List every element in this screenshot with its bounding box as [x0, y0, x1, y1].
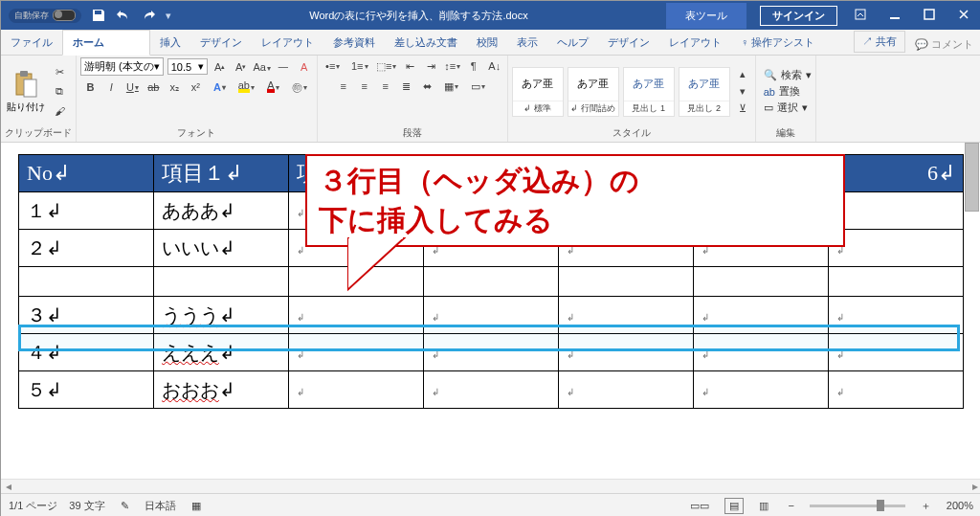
align-left-icon[interactable]: ≡ [335, 78, 352, 95]
callout-tail-icon [347, 237, 462, 295]
ribbon: 貼り付け ✂ ⧉ 🖌 クリップボード 游明朝 (本文の▾ 10.5▾ A▴ A▾… [1, 56, 980, 143]
italic-button[interactable]: I [102, 79, 120, 96]
autosave-toggle[interactable]: 自動保存 [9, 9, 81, 23]
paste-button[interactable]: 貼り付け [5, 70, 47, 114]
tab-help[interactable]: ヘルプ [547, 31, 598, 55]
style-h1[interactable]: あア亜見出し 1 [623, 67, 675, 117]
group-clipboard: 貼り付け ✂ ⧉ 🖌 クリップボード [1, 56, 77, 142]
scrollbar-thumb[interactable] [965, 143, 979, 212]
grow-font-icon[interactable]: A▴ [212, 58, 229, 76]
ribbon-tabs: ファイル ホーム 挿入 デザイン レイアウト 参考資料 差し込み文書 校閲 表示… [1, 30, 980, 56]
close-button[interactable] [947, 5, 980, 26]
minimize-button[interactable] [878, 5, 912, 26]
word-count[interactable]: 39 文字 [69, 499, 104, 513]
tab-reference[interactable]: 参考資料 [323, 31, 385, 55]
tab-file[interactable]: ファイル [1, 31, 62, 55]
table-row: ４↲えええ↲↲↲↲↲↲ [19, 334, 964, 371]
bullets-icon[interactable]: •≡ [322, 57, 345, 75]
replace-button[interactable]: ab 置換 [764, 84, 812, 99]
page-indicator[interactable]: 1/1 ページ [9, 499, 57, 513]
document-title: Wordの表に行や列を挿入、削除する方法.docx [309, 10, 527, 21]
select-button[interactable]: ▭ 選択 ▾ [764, 101, 812, 115]
subscript-icon[interactable]: x₂ [166, 79, 183, 96]
tell-me[interactable]: ♀ 操作アシスト [731, 31, 824, 55]
dec-indent-icon[interactable]: ⇤ [402, 57, 419, 75]
language-indicator[interactable]: 日本語 [145, 499, 176, 513]
spelling-icon[interactable]: ✎ [117, 500, 133, 512]
zoom-out-icon[interactable]: − [784, 500, 797, 511]
group-paragraph: •≡ 1≡ ⬚≡ ⇤ ⇥ ↕≡ ¶ A↓ ≡ ≡ ≡ ≣ ⬌ ▦ ▭ 段落 [318, 56, 508, 142]
strike-button[interactable]: ab [145, 79, 162, 96]
header-item1: 項目１↲ [154, 155, 289, 192]
multilevel-icon[interactable]: ⬚≡ [375, 57, 398, 75]
redo-icon[interactable] [141, 8, 156, 23]
shading-icon[interactable]: ▦ [440, 78, 463, 95]
font-color-icon[interactable]: A [261, 79, 284, 96]
sort-icon[interactable]: A↓ [486, 57, 503, 75]
comments-button[interactable]: 💬 コメント [907, 34, 980, 55]
undo-icon[interactable] [116, 8, 131, 23]
group-editing: 🔍 検索 ▾ ab 置換 ▭ 選択 ▾ 編集 [756, 56, 816, 142]
header-6: 6↲ [829, 155, 964, 192]
copy-icon[interactable]: ⧉ [51, 83, 68, 101]
borders-icon[interactable]: ▭ [467, 78, 490, 95]
cut-icon[interactable]: ✂ [51, 64, 68, 81]
phonetic-guide-icon[interactable]: ⸻ [275, 58, 292, 76]
table-tools-tab[interactable]: 表ツール [666, 3, 746, 29]
print-layout-icon[interactable]: ▤ [724, 498, 744, 514]
zoom-level[interactable]: 200% [947, 500, 973, 511]
style-nospace[interactable]: あア亜↲ 行間詰め [568, 67, 619, 117]
justify-icon[interactable]: ≣ [398, 78, 415, 95]
format-painter-icon[interactable]: 🖌 [51, 102, 68, 120]
web-layout-icon[interactable]: ▥ [755, 500, 772, 512]
save-icon[interactable] [91, 8, 106, 23]
highlight-icon[interactable]: ab [234, 79, 257, 96]
tab-mail[interactable]: 差し込み文書 [385, 31, 467, 55]
align-center-icon[interactable]: ≡ [356, 78, 373, 95]
superscript-icon[interactable]: x² [187, 79, 204, 96]
tab-design[interactable]: デザイン [190, 31, 252, 55]
clear-format-icon[interactable]: A [296, 58, 313, 76]
table-inserted-row [19, 267, 964, 297]
tab-review[interactable]: 校閲 [467, 31, 507, 55]
change-case-icon[interactable]: Aa [254, 58, 271, 76]
inc-indent-icon[interactable]: ⇥ [423, 57, 440, 75]
tab-view[interactable]: 表示 [507, 31, 547, 55]
align-right-icon[interactable]: ≡ [377, 78, 394, 95]
zoom-slider[interactable] [810, 505, 905, 507]
font-size-selector[interactable]: 10.5▾ [167, 58, 208, 75]
bold-button[interactable]: B [81, 79, 99, 96]
status-bar: 1/1 ページ 39 文字 ✎ 日本語 ▦ ▭▭ ▤ ▥ − ＋ 200% [1, 493, 980, 516]
document-area[interactable]: No↲ 項目１↲ 項 6↲ １↲あああ↲↲↲↲↲↲ ２↲いいい↲↲↲↲↲↲ ３↲… [1, 143, 980, 479]
table-row: ３↲ううう↲↲↲↲↲↲ [19, 297, 964, 334]
tab-table-design[interactable]: デザイン [598, 31, 659, 55]
font-selector[interactable]: 游明朝 (本文の▾ [80, 57, 164, 76]
style-normal[interactable]: あア亜↲ 標準 [512, 67, 564, 117]
svg-rect-5 [24, 79, 36, 97]
tab-table-layout[interactable]: レイアウト [659, 31, 731, 55]
tab-layout[interactable]: レイアウト [252, 31, 323, 55]
enclose-char-icon[interactable]: ㊞ [288, 79, 311, 96]
svg-rect-1 [890, 17, 900, 19]
distribute-icon[interactable]: ⬌ [419, 78, 436, 95]
read-mode-icon[interactable]: ▭▭ [686, 500, 713, 512]
text-effects-icon[interactable]: A [208, 79, 231, 96]
macro-icon[interactable]: ▦ [188, 500, 205, 512]
share-button[interactable]: ↗ 共有 [854, 31, 905, 53]
svg-rect-0 [856, 10, 865, 19]
styles-gallery-expand[interactable]: ⊻ [734, 101, 751, 118]
tab-home[interactable]: ホーム [62, 30, 150, 56]
show-marks-icon[interactable]: ¶ [465, 57, 482, 75]
find-button[interactable]: 🔍 検索 ▾ [764, 68, 812, 82]
signin-button[interactable]: サインイン [760, 6, 837, 26]
ribbon-options-icon[interactable] [843, 5, 878, 26]
underline-button[interactable]: U [123, 79, 141, 96]
line-spacing-icon[interactable]: ↕≡ [444, 57, 461, 75]
shrink-font-icon[interactable]: A▾ [233, 58, 250, 76]
style-h2[interactable]: あア亜見出し 2 [679, 67, 730, 117]
zoom-in-icon[interactable]: ＋ [917, 499, 935, 513]
group-font: 游明朝 (本文の▾ 10.5▾ A▴ A▾ Aa ⸻ A B I U ab x₂… [77, 56, 318, 142]
numbering-icon[interactable]: 1≡ [348, 57, 371, 75]
maximize-button[interactable] [912, 5, 947, 26]
tab-insert[interactable]: 挿入 [150, 31, 190, 55]
